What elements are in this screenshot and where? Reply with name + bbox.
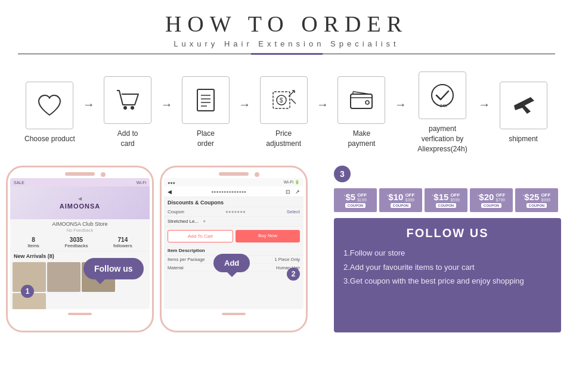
svg-rect-3 — [197, 89, 214, 111]
step-make-payment: Makepayment — [330, 76, 394, 149]
step3-circle: 3 — [334, 166, 351, 182]
svg-point-17 — [432, 85, 453, 106]
svg-point-16 — [366, 101, 369, 104]
phone2-speaker — [219, 172, 249, 176]
follow-card-item: 3.Get coupon with the best price and enj… — [343, 274, 552, 288]
follow-card: FOLLOW US 1.Follow our store2.Add your f… — [334, 218, 561, 332]
coupon-item: ' $5 OFF $199 COUPON — [334, 188, 377, 212]
follow-card-item: 1.Follow our store — [343, 246, 552, 260]
follow-bubble: Follow us — [83, 258, 144, 279]
step-label-2: Add tocard — [117, 129, 138, 149]
coupons-row: ' $5 OFF $199 COUPON ' $10 OFF $399 COUP… — [334, 188, 561, 212]
phone2-coupon-row: Coupon ●●●●●●● Select — [164, 207, 303, 217]
phone1-speaker — [65, 172, 95, 176]
svg-line-14 — [291, 99, 296, 104]
step-icon-box-1 — [26, 82, 73, 129]
divider-right — [323, 54, 556, 54]
phone1-mockup: SALE Wi-Fi ◀ AIMOONSA AIMOONSA Club Stor… — [6, 166, 154, 332]
svg-text:24h: 24h — [440, 104, 447, 108]
price-icon: $ — [270, 86, 298, 114]
step-payment-verification: 24h paymentverfication byAliexpress(24h) — [408, 71, 477, 154]
phone2-section: Discounts & Coupons — [164, 197, 303, 207]
cart-icon — [113, 86, 142, 114]
arrow-2: → — [161, 98, 173, 111]
phone2-screen: ●●● Wi-Fi 🔋 ◀ ●●●●●●●●●●●●●● ⊡ ↗ Discoun… — [164, 178, 303, 309]
step-icon-box-7 — [500, 82, 547, 129]
phone1-stats: 8 Items 3035 Feedbacks 714 followers — [10, 234, 150, 251]
follow-card-item: 2.Add your favourite items to your cart — [343, 260, 552, 274]
wallet-icon — [347, 86, 376, 114]
list-icon — [191, 86, 220, 114]
step-choose-product: Choose product — [18, 82, 82, 144]
page-subtitle: Luxury Hair Extension Specialist — [0, 39, 573, 48]
arrow-3: → — [239, 98, 250, 111]
step-icon-box-4: $ — [260, 76, 308, 124]
step-add-to-card: Add tocard — [96, 76, 160, 149]
phone1-store: AIMOONSA Club Store — [10, 219, 150, 228]
step-shipment: shipment — [491, 82, 555, 144]
step-icon-box-3 — [182, 76, 230, 124]
divider-left — [18, 54, 251, 54]
arrow-1: → — [83, 98, 95, 111]
arrow-4: → — [317, 98, 329, 111]
coupon-item: ' $15 OFF $599 COUPON — [425, 188, 467, 212]
header: HOW TO ORDER Luxury Hair Extension Speci… — [0, 0, 573, 60]
step-icon-box-5 — [337, 76, 385, 124]
arrow-5: → — [395, 98, 407, 111]
step-label-7: shipment — [509, 134, 538, 144]
divider-accent — [251, 53, 323, 55]
step-label-1: Choose product — [24, 134, 75, 144]
phone1-camera — [101, 172, 106, 177]
phone1-stat-feedbacks: 3035 Feedbacks — [64, 237, 88, 248]
phone1-grid-item — [47, 262, 80, 292]
step3-label: 3 — [334, 166, 561, 182]
step-label-5: Makepayment — [348, 129, 375, 149]
phone2-bottom-bar — [222, 313, 246, 315]
step-label-6: paymentverfication byAliexpress(24h) — [417, 124, 467, 154]
right-panel: 3 ' $5 OFF $199 COUPON ' $10 OFF $399 — [334, 166, 561, 332]
coupon-item: ' $10 OFF $399 COUPON — [379, 188, 422, 212]
phone1-header: ◀ AIMOONSA — [10, 186, 150, 219]
phone1-bottom-bar — [68, 313, 92, 315]
page-title: HOW TO ORDER — [0, 11, 573, 37]
bottom-section: SALE Wi-Fi ◀ AIMOONSA AIMOONSA Club Stor… — [0, 160, 573, 338]
phone2-btn-buy[interactable]: Buy Now — [236, 230, 300, 242]
phone2-camera — [255, 172, 259, 177]
step-price-adjustment: $ Priceadjustment — [252, 76, 315, 149]
phone1-stat-followers: 714 followers — [113, 237, 132, 248]
arrow-6: → — [478, 98, 490, 111]
follow-card-title: FOLLOW US — [343, 226, 552, 240]
svg-point-1 — [123, 106, 127, 110]
step-label-4: Priceadjustment — [266, 129, 301, 149]
plane-icon — [509, 91, 538, 120]
phone1-logo: AIMOONSA — [60, 203, 101, 210]
phone1-stat-items: 8 Items — [27, 237, 39, 248]
coupon-item: ' $25 OFF $999 COUPON — [515, 188, 558, 212]
step-place-order: Placeorder — [174, 76, 238, 149]
coupon-item: ' $20 OFF $799 COUPON — [470, 188, 513, 212]
phone2-buttons: Add To Cart Buy Now — [164, 226, 303, 246]
check24-icon: 24h — [428, 81, 457, 110]
step-icon-box-2 — [104, 76, 151, 124]
add-bubble: Add — [213, 254, 250, 272]
steps-section: Choose product → Add tocard → Placeor — [0, 60, 573, 160]
follow-items-container: 1.Follow our store2.Add your favourite i… — [343, 246, 552, 288]
svg-point-2 — [131, 106, 134, 110]
phones-container: SALE Wi-Fi ◀ AIMOONSA AIMOONSA Club Stor… — [6, 166, 328, 332]
step-label-3: Placeorder — [197, 129, 215, 149]
phone1-feedback: No Feedback — [10, 228, 150, 233]
header-divider — [18, 53, 555, 55]
svg-text:$: $ — [280, 97, 283, 104]
phone2-stretched: Stretched Le... ▼ — [164, 217, 303, 226]
phone2-btn-cart[interactable]: Add To Cart — [168, 230, 233, 242]
heart-icon — [35, 91, 64, 120]
phone2-mockup: ●●● Wi-Fi 🔋 ◀ ●●●●●●●●●●●●●● ⊡ ↗ Discoun… — [160, 166, 308, 332]
step-icon-box-6: 24h — [419, 71, 466, 119]
